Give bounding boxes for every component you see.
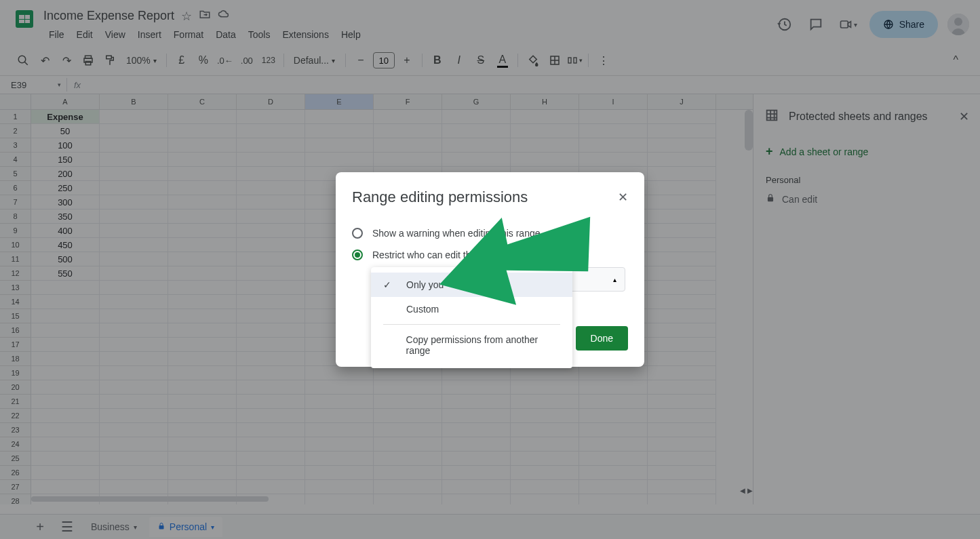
close-icon[interactable]: ✕: [618, 190, 628, 205]
dropdown-arrow-up-icon: ▴: [613, 276, 616, 283]
done-button[interactable]: Done: [576, 326, 628, 351]
dropdown-option-custom[interactable]: Custom: [371, 297, 572, 321]
radio-show-warning[interactable]: Show a warning when editing this range: [352, 222, 628, 244]
check-icon: ✓: [383, 279, 393, 290]
restrict-dropdown-menu: ✓ Only you Custom Copy permissions from …: [371, 267, 572, 368]
radio-unchecked-icon: [352, 228, 363, 239]
dropdown-option-copy[interactable]: Copy permissions from another range: [371, 327, 572, 363]
radio-checked-icon: [352, 249, 363, 260]
dropdown-option-only-you[interactable]: ✓ Only you: [371, 273, 572, 297]
modal-title: Range editing permissions: [352, 188, 528, 206]
radio-restrict[interactable]: Restrict who can edit this range: [352, 244, 628, 266]
